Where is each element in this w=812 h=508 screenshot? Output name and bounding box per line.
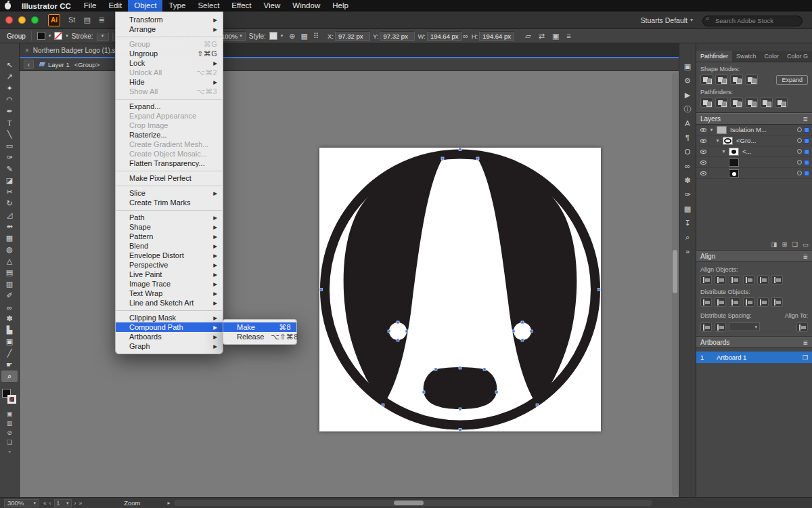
align-vertical-bottom-button[interactable] xyxy=(771,275,783,284)
menubar-item-object[interactable]: Object xyxy=(128,0,162,12)
artboard-nav-field[interactable]: 1 ▾ xyxy=(54,499,72,507)
divide-button[interactable] xyxy=(700,98,713,108)
menubar-item-window[interactable]: Window xyxy=(286,0,326,12)
distribute-right-button[interactable] xyxy=(771,297,783,307)
visibility-toggle[interactable] xyxy=(698,135,708,146)
distribute-left-button[interactable] xyxy=(743,297,754,307)
pen-tool[interactable]: ✒ xyxy=(1,106,18,117)
outline-button[interactable] xyxy=(760,98,773,108)
minus-front-button[interactable] xyxy=(715,75,728,85)
free-transform-tool[interactable]: ▦ xyxy=(1,232,18,244)
symbols-panel-icon[interactable]: ✽ xyxy=(681,173,695,187)
swatches-panel-icon[interactable]: ▩ xyxy=(681,202,695,215)
horizontal-scrollbar-thumb[interactable] xyxy=(394,501,424,505)
new-sublayer-icon[interactable]: ⊞ xyxy=(782,240,788,248)
intersect-button[interactable] xyxy=(730,75,743,85)
tab-swatch[interactable]: Swatch xyxy=(732,51,761,62)
panel-menu-icon[interactable]: ≣ xyxy=(803,339,808,346)
distribute-horizontal-space-button[interactable] xyxy=(715,322,726,332)
selection-tool[interactable]: ↖ xyxy=(1,60,18,71)
menu-item-lock[interactable]: Lock▶ xyxy=(116,58,223,68)
width-field[interactable]: 194.64 px xyxy=(427,31,462,41)
window-close-button[interactable] xyxy=(5,16,13,24)
badger-nose[interactable] xyxy=(424,367,497,409)
menu-item-arrange[interactable]: Arrange▶ xyxy=(116,24,223,34)
align-horizontal-right-button[interactable] xyxy=(729,275,740,284)
rectangle-tool[interactable]: ▭ xyxy=(1,140,18,152)
direct-selection-tool[interactable]: ↗ xyxy=(1,71,18,83)
status-expander-icon[interactable]: ▸ xyxy=(167,500,170,506)
transform-icon[interactable]: ▱ xyxy=(525,32,531,41)
fill-stroke-widget[interactable] xyxy=(1,389,18,406)
column-graph-tool[interactable]: ▙ xyxy=(1,324,18,336)
distribute-horizontal-center-button[interactable] xyxy=(757,297,769,307)
menu-item-live-paint[interactable]: Live Paint▶ xyxy=(116,270,223,279)
window-zoom-button[interactable] xyxy=(31,16,39,24)
menu-item-shape[interactable]: Shape▶ xyxy=(116,222,223,232)
menu-item-slice[interactable]: Slice▶ xyxy=(116,188,223,198)
distribute-vertical-center-button[interactable] xyxy=(715,297,726,307)
eraser-tool[interactable]: ◪ xyxy=(1,175,18,186)
height-field[interactable]: 194.64 px xyxy=(479,31,514,41)
x-position-field[interactable]: 97.32 px xyxy=(335,31,370,41)
links-panel-icon[interactable]: ∞ xyxy=(681,159,695,173)
target-circle-icon[interactable] xyxy=(797,127,802,132)
draw-mode-icon[interactable]: ❏ xyxy=(1,438,18,447)
menu-item-image-trace[interactable]: Image Trace▶ xyxy=(116,279,223,289)
align-to-selection-button[interactable] xyxy=(796,322,808,332)
artboard-tool[interactable]: ▣ xyxy=(1,336,18,347)
menubar-item-file[interactable]: File xyxy=(78,0,103,12)
line-segment-tool[interactable]: ╲ xyxy=(1,129,18,140)
align-grid-icon[interactable]: ▦ xyxy=(301,32,308,41)
back-arrow-button[interactable]: ‹ xyxy=(24,60,34,69)
gradient-tool[interactable]: ▥ xyxy=(1,278,18,290)
menu-item-release[interactable]: Release⌥⇧⌘8 xyxy=(223,332,296,341)
zoom-tool[interactable]: ⌕ xyxy=(1,371,18,382)
horizontal-scrollbar[interactable] xyxy=(174,500,652,506)
document-info-panel-icon[interactable]: ⓘ xyxy=(681,102,695,116)
layer-row[interactable]: ▾Isolation M... xyxy=(696,125,812,135)
stroke-panel-icon[interactable]: O xyxy=(681,145,695,158)
type-tool[interactable]: T xyxy=(1,117,18,129)
target-circle-icon[interactable] xyxy=(797,149,802,154)
expand-caret-icon[interactable]: ▾ xyxy=(715,137,721,144)
blend-tool[interactable]: ∞ xyxy=(1,301,18,313)
menubar-item-help[interactable]: Help xyxy=(326,0,355,12)
visibility-toggle[interactable] xyxy=(698,168,708,178)
menu-item-text-wrap[interactable]: Text Wrap▶ xyxy=(116,289,223,298)
last-artboard-icon[interactable]: » xyxy=(78,500,82,507)
menu-item-ungroup[interactable]: Ungroup⇧⌘G xyxy=(116,49,223,58)
menu-item-flatten-transparency[interactable]: Flatten Transparency... xyxy=(116,158,223,168)
panel-menu-icon[interactable]: ≣ xyxy=(803,116,808,123)
arrange-documents-icon[interactable]: ▤ xyxy=(83,16,90,24)
menu-item-blend[interactable]: Blend▶ xyxy=(116,241,223,251)
badger-right-eye[interactable] xyxy=(514,322,531,340)
color-mode-icon[interactable]: ▣ xyxy=(1,409,18,419)
visibility-toggle[interactable] xyxy=(698,157,708,167)
stroke-weight-dropdown[interactable]: ▾ xyxy=(97,32,109,41)
menu-item-envelope-distort[interactable]: Envelope Distort▶ xyxy=(116,251,223,260)
y-position-field[interactable]: 97.32 px xyxy=(380,31,415,41)
mesh-tool[interactable]: ▤ xyxy=(1,267,18,278)
layer-row[interactable]: ▾<Gro... xyxy=(696,135,812,146)
app-menu-title[interactable]: Illustrator CC xyxy=(15,2,78,10)
menubar-item-effect[interactable]: Effect xyxy=(225,0,257,12)
gradient-mode-icon[interactable]: ▥ xyxy=(1,419,18,428)
shape-builder-tool[interactable]: ◍ xyxy=(1,244,18,255)
screen-mode-icon[interactable]: ▫ xyxy=(1,447,18,457)
layer-row[interactable] xyxy=(696,157,812,168)
menubar-item-edit[interactable]: Edit xyxy=(102,0,128,12)
collapse-panels-icon[interactable]: » xyxy=(681,245,695,258)
style-swatch[interactable] xyxy=(269,32,277,40)
artboard-page-icon[interactable]: ❐ xyxy=(803,354,808,361)
apple-menu[interactable] xyxy=(0,0,15,12)
workspace-switcher[interactable]: Stuarts Default ▾ xyxy=(641,16,693,24)
document-setup-globe-icon[interactable]: ⊕ xyxy=(289,32,295,41)
panel-options-icon[interactable]: ≡ xyxy=(566,32,570,41)
adobe-stock-icon[interactable]: St xyxy=(68,16,75,24)
character-panel-icon[interactable]: A xyxy=(681,117,695,130)
brushes-panel-icon[interactable]: ✑ xyxy=(681,188,695,201)
window-minimize-button[interactable] xyxy=(18,16,26,24)
menu-item-hide[interactable]: Hide▶ xyxy=(116,77,223,87)
menu-item-pattern[interactable]: Pattern▶ xyxy=(116,232,223,241)
